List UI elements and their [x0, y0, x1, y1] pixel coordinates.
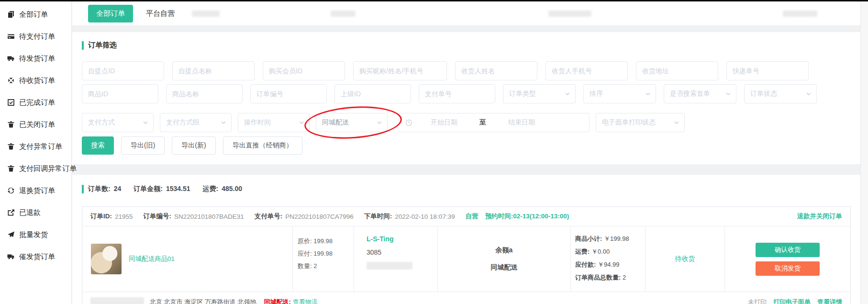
green-bar — [82, 41, 84, 50]
payment-cell: 余额a 同城配送 — [438, 226, 571, 292]
payment-sn-label: 支付单号: — [255, 212, 283, 221]
totals-cell: 商品小计: ￥199.98 运费: ￥0.00 应付款: ￥94.99 订单商品… — [571, 226, 645, 292]
order-status-select[interactable]: 订单状态 — [744, 84, 817, 103]
order-sn-input[interactable] — [250, 84, 327, 103]
chevron-down-icon — [565, 91, 570, 97]
consignee-phone-input[interactable] — [545, 61, 628, 80]
refund-and-close-link[interactable]: 退款并关闭订单 — [797, 212, 843, 221]
order-summary: 订单数:24 订单金额:1534.51 运费:485.00 — [82, 185, 851, 193]
redacted-tab — [192, 11, 220, 17]
sidebar-item-label: 支付回调异常订单 — [19, 164, 77, 173]
trash-icon — [7, 143, 15, 151]
view-logistics-link[interactable]: 查看物流 — [293, 298, 318, 304]
sidebar-item-callback-abnormal-orders[interactable]: 支付回调异常订单 — [0, 158, 71, 180]
sort-select[interactable]: 排序 — [583, 84, 656, 103]
city-delivery-select[interactable]: 同城配送 — [316, 113, 388, 132]
order-amount-value: 1534.51 — [166, 185, 190, 193]
select-placeholder: 订单状态 — [750, 90, 777, 98]
sidebar-item-to-receive-orders[interactable]: 待收货订单 — [0, 69, 71, 91]
sidebar-item-label: 批量发货 — [19, 230, 48, 239]
redacted-tab — [548, 11, 591, 17]
scrollbar[interactable] — [860, 1, 868, 304]
first-order-search-select[interactable]: 是否搜索首单 — [664, 84, 736, 103]
quantity-label: 数量: — [298, 262, 312, 270]
order-freight-value: ￥0.00 — [591, 248, 610, 255]
select-placeholder: 排序 — [590, 90, 603, 98]
truck-icon — [7, 253, 15, 261]
product-id-input[interactable] — [82, 84, 158, 103]
trash-icon — [7, 165, 15, 173]
print-e-waybill-link[interactable]: 打印电子面单 — [773, 298, 811, 304]
export-direct-button[interactable]: 导出直推（经销商） — [223, 136, 302, 155]
buyer-cell: L-S-Ting 3085 — [354, 226, 438, 292]
view-detail-link[interactable]: 查看详情 — [817, 298, 842, 304]
sidebar-item-urge-ship-orders[interactable]: 催发货订单 — [0, 246, 71, 268]
filter-title-text: 订单筛选 — [88, 41, 117, 50]
order-sn-value: SN2202101807BADE31 — [174, 213, 244, 220]
product-name-link[interactable]: 同城配送商品01 — [129, 255, 175, 263]
sidebar-item-completed-orders[interactable]: 已完成订单 — [0, 91, 71, 113]
chevron-down-icon — [143, 120, 148, 125]
tab-all-orders[interactable]: 全部订单 — [88, 5, 133, 23]
tab-platform-self[interactable]: 平台自营 — [146, 5, 175, 23]
sidebar-item-all-orders[interactable]: 全部订单 — [0, 3, 71, 25]
order-count-value: 24 — [114, 185, 122, 193]
select-placeholder: 订单类型 — [509, 90, 536, 98]
confirm-receipt-button[interactable]: 确认收货 — [756, 243, 820, 257]
shipping-address: 北京 北京市 海淀区 万寿路街道 北领地 — [150, 298, 256, 304]
sidebar: 全部订单 待支付订单 待发货订单 待收货订单 已完成订单 已关闭订单 支付异常订… — [0, 1, 72, 304]
filter-row-3: 支付方式 支付方式组 操作时间 同城配送 开始日期 至 — [82, 113, 851, 132]
cancel-shipment-button[interactable]: 取消发货 — [756, 261, 820, 276]
sidebar-item-label: 退换货订单 — [19, 186, 55, 195]
order-time-value: 2022-02-10 18:07:39 — [395, 213, 455, 220]
sidebar-item-refunded[interactable]: 已退款 — [0, 202, 71, 224]
e-waybill-print-status-select[interactable]: 电子面单打印状态 — [596, 113, 685, 132]
order-footer: 北京 北京市 海淀区 万寿路街道 北领地 同城配送: 查看物流 未打印 打印电子… — [82, 292, 850, 304]
chevron-down-icon — [725, 91, 731, 97]
pickup-point-name-input[interactable] — [172, 61, 255, 80]
start-date-placeholder: 开始日期 — [412, 118, 476, 127]
search-button[interactable]: 搜索 — [82, 136, 114, 155]
redacted-tab — [331, 11, 356, 17]
status-badge: 待收货 — [675, 255, 695, 263]
sidebar-item-unpaid-orders[interactable]: 待支付订单 — [0, 25, 71, 47]
order-time-label: 下单时间: — [364, 212, 392, 221]
payment-sn-input[interactable] — [419, 84, 495, 103]
sidebar-item-to-ship-orders[interactable]: 待发货订单 — [0, 47, 71, 69]
export-old-button[interactable]: 导出(旧) — [121, 136, 165, 155]
export-icon — [7, 209, 15, 217]
date-range-picker[interactable]: 开始日期 至 结束日期 — [398, 113, 590, 132]
original-price-label: 原价: — [298, 237, 312, 245]
green-bar — [82, 185, 84, 193]
chevron-down-icon — [221, 120, 226, 125]
buyer-nickname-input[interactable] — [353, 61, 447, 80]
redacted-consignee — [90, 297, 144, 304]
filter-buttons-row: 搜索 导出(旧) 导出(新) 导出直推（经销商） — [82, 136, 851, 155]
sidebar-item-return-exchange-orders[interactable]: 退换货订单 — [0, 180, 71, 202]
sidebar-item-label: 待发货订单 — [19, 54, 55, 63]
payment-method-group-select[interactable]: 支付方式组 — [160, 113, 232, 132]
shipping-address-input[interactable] — [636, 61, 718, 80]
payment-method-select[interactable]: 支付方式 — [82, 113, 154, 132]
export-new-button[interactable]: 导出(新) — [172, 136, 215, 155]
filter-section-title: 订单筛选 — [82, 41, 851, 50]
sidebar-item-batch-ship[interactable]: 批量发货 — [0, 224, 71, 246]
trash-icon — [7, 121, 15, 129]
sidebar-item-payment-abnormal-orders[interactable]: 支付异常订单 — [0, 135, 71, 158]
actions-cell: 确认收货 取消发货 — [725, 226, 850, 292]
chevron-down-icon — [806, 91, 812, 97]
buyer-member-id: 3085 — [367, 248, 433, 256]
buyer-member-id-input[interactable] — [263, 61, 345, 80]
operation-time-select[interactable]: 操作时间 — [238, 113, 310, 132]
pickup-point-id-input[interactable] — [82, 61, 164, 80]
buyer-nickname-link[interactable]: L-S-Ting — [367, 235, 433, 243]
payment-method: 余额a — [496, 246, 513, 255]
product-name-input[interactable] — [166, 84, 243, 103]
order-type-select[interactable]: 订单类型 — [503, 84, 576, 103]
redacted-phone — [367, 262, 412, 270]
consignee-name-input[interactable] — [455, 61, 537, 80]
refresh-icon — [7, 187, 15, 195]
sidebar-item-closed-orders[interactable]: 已关闭订单 — [0, 113, 71, 135]
parent-id-input[interactable] — [334, 84, 411, 103]
tracking-number-input[interactable] — [726, 61, 809, 80]
